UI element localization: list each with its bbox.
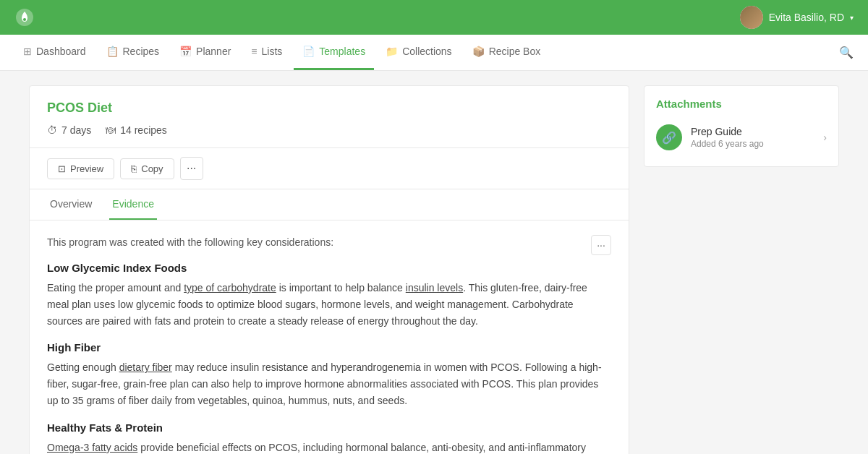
nav-label-recipes: Recipes [123, 46, 160, 57]
recipes-icon: 📋 [106, 46, 119, 57]
attachment-name: Prep Guide [691, 126, 814, 137]
nav-items: ⊞ Dashboard 📋 Recipes 📅 Planner ≡ Lists … [14, 35, 549, 70]
nav-label-collections: Collections [402, 46, 451, 57]
dashboard-icon: ⊞ [23, 46, 32, 57]
intro-text: This program was created with the follow… [47, 235, 611, 250]
link-dietary-fiber[interactable]: dietary fiber [119, 361, 172, 373]
copy-label: Copy [141, 163, 163, 174]
link-carbohydrate[interactable]: type of carbohydrate [184, 282, 276, 294]
link-insulin[interactable]: insulin levels [406, 282, 463, 294]
nav-item-templates[interactable]: 📄 Templates [294, 35, 374, 70]
attachment-item[interactable]: 🔗 Prep Guide Added 6 years ago › [656, 120, 827, 155]
section-title-low-glycemic: Low Glycemic Index Foods [47, 262, 611, 274]
section-text-low-glycemic: Eating the proper amount and type of car… [47, 280, 611, 330]
nav-item-recipes[interactable]: 📋 Recipes [98, 35, 169, 70]
clock-icon: ⏱ [47, 124, 57, 136]
chevron-right-icon: › [823, 132, 827, 143]
collections-icon: 📁 [386, 46, 398, 57]
intro-section: ··· This program was created with the fo… [47, 235, 611, 250]
attachments-card: Attachments 🔗 Prep Guide Added 6 years a… [644, 85, 839, 167]
attachment-icon-circle: 🔗 [656, 124, 682, 150]
copy-button[interactable]: ⎘ Copy [120, 158, 174, 179]
days-value: 7 days [61, 124, 91, 136]
recipes-meta: 🍽 14 recipes [106, 124, 167, 136]
preview-button[interactable]: ⊡ Preview [47, 158, 114, 179]
section-text-healthy-fats: Omega-3 fatty acids provide beneficial e… [47, 440, 611, 454]
search-icon[interactable]: 🔍 [839, 46, 854, 59]
attachments-title: Attachments [656, 98, 827, 110]
content-tabs: Overview Evidence [30, 189, 629, 220]
chevron-down-icon: ▾ [850, 14, 854, 22]
lists-icon: ≡ [251, 46, 257, 57]
panel-meta: ⏱ 7 days 🍽 14 recipes [47, 124, 611, 136]
section-title-high-fiber: High Fiber [47, 341, 611, 354]
nav-label-lists: Lists [262, 46, 283, 57]
user-menu[interactable]: Evita Basilio, RD ▾ [740, 6, 854, 29]
tab-overview[interactable]: Overview [47, 189, 95, 220]
templates-icon: 📄 [302, 46, 315, 57]
nav-label-dashboard: Dashboard [36, 46, 86, 57]
days-meta: ⏱ 7 days [47, 124, 91, 136]
panel-header: PCOS Diet ⏱ 7 days 🍽 14 recipes [30, 86, 629, 148]
nav-item-dashboard[interactable]: ⊞ Dashboard [14, 35, 95, 70]
link-omega3[interactable]: Omega-3 fatty acids [47, 442, 137, 453]
attachment-info: Prep Guide Added 6 years ago [691, 126, 814, 149]
panel-title: PCOS Diet [47, 100, 611, 116]
nav-label-recipe-box: Recipe Box [489, 46, 541, 57]
nav-label-templates: Templates [319, 46, 365, 57]
nav-bar: ⊞ Dashboard 📋 Recipes 📅 Planner ≡ Lists … [0, 35, 868, 71]
tab-evidence[interactable]: Evidence [109, 189, 157, 220]
section-more-button[interactable]: ··· [591, 235, 611, 255]
user-name: Evita Basilio, RD [769, 12, 844, 23]
panel-actions: ⊡ Preview ⎘ Copy ··· [30, 148, 629, 189]
preview-icon: ⊡ [58, 163, 66, 174]
link-icon: 🔗 [662, 131, 676, 145]
svg-point-1 [23, 18, 26, 21]
nav-item-recipe-box[interactable]: 📦 Recipe Box [464, 35, 550, 70]
right-panel: Attachments 🔗 Prep Guide Added 6 years a… [644, 85, 839, 454]
recipe-box-icon: 📦 [472, 46, 485, 57]
top-bar: Evita Basilio, RD ▾ [0, 0, 868, 35]
content-body: ··· This program was created with the fo… [30, 220, 629, 454]
section-title-healthy-fats: Healthy Fats & Protein [47, 421, 611, 434]
section-healthy-fats: Healthy Fats & Protein Omega-3 fatty aci… [47, 421, 611, 454]
section-low-glycemic: Low Glycemic Index Foods Eating the prop… [47, 262, 611, 330]
more-icon: ··· [187, 162, 196, 175]
more-options-button[interactable]: ··· [180, 157, 203, 180]
nav-label-planner: Planner [196, 46, 231, 57]
plate-icon: 🍽 [106, 124, 116, 136]
attachment-meta: Added 6 years ago [691, 139, 814, 149]
planner-icon: 📅 [179, 46, 192, 57]
avatar [740, 6, 763, 29]
copy-icon: ⎘ [131, 163, 137, 174]
preview-label: Preview [70, 163, 103, 174]
nav-item-lists[interactable]: ≡ Lists [242, 35, 291, 70]
nav-item-planner[interactable]: 📅 Planner [171, 35, 239, 70]
recipes-value: 14 recipes [120, 124, 167, 136]
section-high-fiber: High Fiber Getting enough dietary fiber … [47, 341, 611, 409]
left-panel: PCOS Diet ⏱ 7 days 🍽 14 recipes ⊡ Previe… [29, 85, 629, 454]
section-text-high-fiber: Getting enough dietary fiber may reduce … [47, 359, 611, 409]
logo[interactable] [14, 7, 35, 27]
main-content: PCOS Diet ⏱ 7 days 🍽 14 recipes ⊡ Previe… [14, 71, 854, 454]
nav-item-collections[interactable]: 📁 Collections [377, 35, 460, 70]
